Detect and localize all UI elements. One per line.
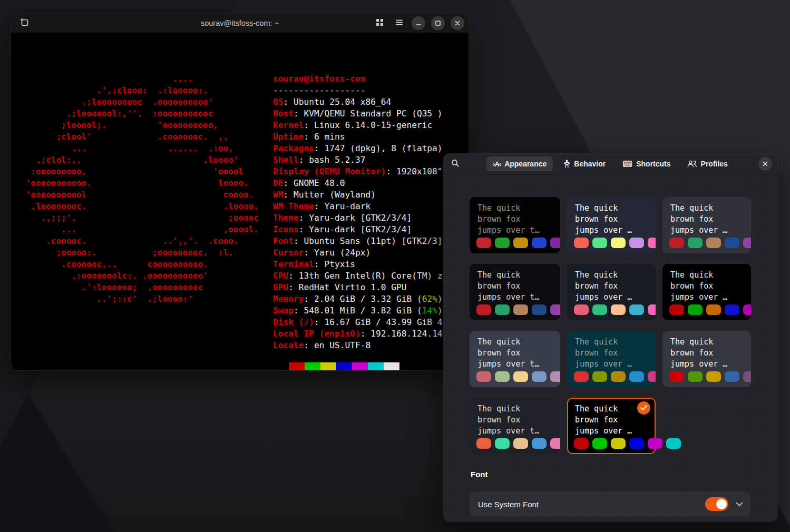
color-scheme-card[interactable]: The quickbrown foxjumps over … [662,264,751,320]
fastfetch-line: ------------------ [273,85,443,96]
preview-text-line: The quick [477,403,560,415]
preview-text-line: The quick [670,203,751,214]
close-icon [763,161,768,166]
color-swatch [648,438,662,449]
tab-behavior[interactable]: Behavior [557,156,612,171]
preview-text-line: brown fox [575,214,656,225]
color-swatch [574,371,589,382]
tab-shortcuts[interactable]: Shortcuts [616,156,677,171]
color-swatch [550,371,560,382]
fastfetch-info: sourav@itsfoss-com------------------OS: … [273,73,443,351]
color-scheme-card[interactable]: The quickbrown foxjumps over t… [470,264,560,320]
color-scheme-card[interactable]: The quickbrown foxjumps over t… [470,398,560,454]
color-swatch [513,238,528,248]
hamburger-menu-icon [395,19,403,27]
palette-swatch-row [669,371,751,382]
main-menu-button[interactable] [392,16,406,30]
tab-label: Shortcuts [636,160,670,168]
color-scheme-card[interactable]: The quickbrown foxjumps over … [662,197,751,253]
preview-text-line: jumps over … [670,292,751,303]
terminal-titlebar[interactable]: sourav@itsfoss-com: ~ [11,13,469,33]
color-swatch [550,304,560,315]
search-button[interactable] [448,157,462,171]
color-scheme-card[interactable]: The quickbrown foxjumps over … [567,264,656,320]
palette-swatch-row [476,438,560,449]
palette-color-swatch [273,362,289,370]
color-swatch [706,238,721,248]
color-swatch [629,238,644,248]
tab-profiles[interactable]: Profiles [681,156,734,171]
fastfetch-line: OS: Ubuntu 25.04 x86_64 [273,96,443,108]
palette-swatch-row [574,438,681,449]
color-scheme-card[interactable]: The quickbrown foxjumps over t… [470,197,560,253]
use-system-font-row: Use System Font [470,491,750,517]
preview-text-line: brown fox [670,348,751,359]
palette-swatch-row [669,304,751,315]
tab-label: Profiles [701,160,728,168]
color-swatch [592,438,607,449]
color-swatch [743,238,751,248]
color-swatch [611,238,626,248]
color-scheme-card[interactable]: The quickbrown foxjumps over … [567,197,656,253]
palette-row [273,362,399,370]
preview-text-line: brown fox [575,281,656,292]
color-swatch [532,438,547,449]
preview-text-line: brown fox [575,415,656,426]
tab-overview-button[interactable] [373,16,386,30]
preview-text-line: jumps over … [670,359,751,370]
desktop-wallpaper: sourav@itsfoss-com: ~ [0,0,790,532]
color-swatch [476,438,491,449]
fastfetch-line: WM: Mutter (Wayland) [273,189,443,201]
preview-text-line: The quick [477,337,560,348]
color-scheme-card[interactable]: The quickbrown foxjumps over … [567,331,656,387]
fastfetch-line: DE: GNOME 48.0 [273,178,443,189]
color-swatch [592,371,607,382]
color-swatch [495,371,510,382]
color-swatch [611,371,626,382]
palette-swatch-row [669,238,751,248]
color-scheme-grid: The quickbrown foxjumps over t…The quick… [470,197,750,454]
preview-text-line: brown fox [575,348,656,359]
new-tab-button[interactable] [17,16,31,30]
palette-swatch-row [476,238,560,248]
minimize-icon [416,21,421,26]
color-scheme-card[interactable]: The quickbrown foxjumps over … [662,331,751,387]
palette-color-swatch [289,362,305,370]
terminal-content[interactable]: .... .',:clooo: .:looooo:. .;looooooooc … [11,33,469,370]
color-swatch [476,238,491,248]
minimize-button[interactable] [412,16,425,30]
color-swatch [513,304,528,315]
close-button[interactable] [451,16,464,30]
color-swatch [725,238,739,248]
palette-color-swatch [352,362,368,370]
close-icon [455,21,460,26]
color-swatch [513,438,528,449]
chevron-down-icon[interactable] [736,502,743,507]
palette-color-swatch [320,362,336,370]
preferences-dialog: ›A‹AppearanceBehaviorShortcutsProfiles T… [443,153,777,521]
color-swatch [592,238,607,248]
maximize-button[interactable] [431,16,445,30]
color-swatch [688,238,703,248]
color-scheme-card[interactable]: The quickbrown foxjumps over t… [470,331,560,387]
tab-overview-icon [376,18,384,28]
color-swatch [550,438,560,449]
color-swatch [725,371,739,382]
color-swatch [476,371,491,382]
maximize-icon [435,21,441,26]
preview-text-line: brown fox [670,281,751,292]
preview-text-line: jumps over t… [477,225,560,236]
use-system-font-toggle[interactable] [705,497,728,511]
dialog-close-button[interactable] [758,157,772,171]
preview-text-line: The quick [575,337,656,348]
palette-swatch-row [476,371,560,382]
color-scheme-card[interactable]: The quickbrown foxjumps over … [567,398,656,454]
fastfetch-line: Cursor: Yaru (24px) [273,247,443,259]
preview-text-line: The quick [575,203,656,214]
tab-appearance[interactable]: ›A‹Appearance [486,156,553,171]
color-swatch [574,438,589,449]
palette-swatch-row [574,304,656,315]
palette-color-swatch [368,362,384,370]
font-section-heading: Font [471,470,487,479]
color-swatch [532,238,547,248]
